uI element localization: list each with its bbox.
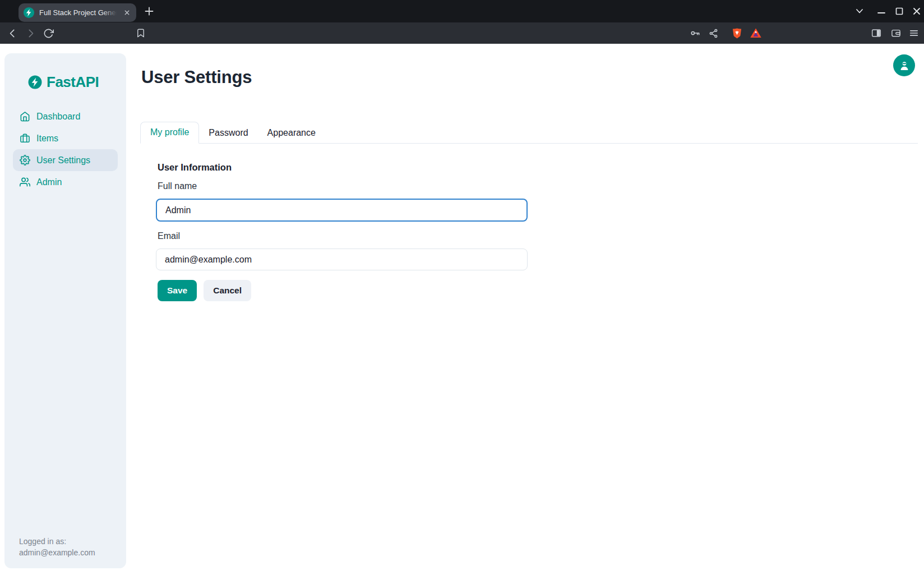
menu-icon[interactable] [907, 22, 921, 44]
logged-in-email: admin@example.com [19, 547, 95, 558]
browser-tab[interactable]: Full Stack Project Genera [19, 3, 136, 22]
maximize-icon[interactable] [895, 7, 904, 16]
sidebar-item-user-settings[interactable]: User Settings [13, 149, 118, 171]
tab-appearance[interactable]: Appearance [258, 123, 325, 144]
brave-rewards-icon[interactable] [749, 22, 763, 44]
section-heading: User Information [158, 162, 232, 173]
tab-search-chevron-icon[interactable] [854, 8, 865, 15]
close-icon[interactable] [912, 6, 922, 16]
tab-password[interactable]: Password [199, 123, 257, 144]
settings-tabs: My profile Password Appearance [140, 122, 918, 144]
wallet-icon[interactable] [889, 22, 903, 44]
user-avatar-button[interactable] [893, 54, 915, 76]
back-icon[interactable] [6, 22, 19, 44]
email-input[interactable] [156, 249, 528, 270]
sidebar-panel-icon[interactable] [870, 22, 883, 44]
sidebar-item-dashboard[interactable]: Dashboard [13, 105, 118, 127]
key-icon[interactable] [689, 22, 702, 44]
sidebar: FastAPI Dashboard Items [4, 53, 126, 568]
user-astronaut-icon [898, 59, 911, 72]
reload-icon[interactable] [41, 22, 55, 44]
sidebar-item-items[interactable]: Items [13, 127, 118, 149]
sidebar-item-label: Admin [36, 177, 62, 187]
page-title: User Settings [141, 67, 252, 88]
form-actions: Save Cancel [158, 280, 251, 301]
cancel-button[interactable]: Cancel [204, 280, 251, 301]
email-label: Email [158, 231, 180, 241]
sidebar-item-admin[interactable]: Admin [13, 171, 118, 193]
sidebar-item-label: Dashboard [36, 112, 80, 122]
sidebar-item-label: User Settings [36, 155, 90, 165]
forward-icon[interactable] [24, 22, 37, 44]
app-content: FastAPI Dashboard Items [0, 44, 924, 575]
tab-my-profile[interactable]: My profile [140, 122, 199, 144]
full-name-label: Full name [158, 181, 197, 191]
logged-in-status: Logged in as: admin@example.com [19, 536, 95, 558]
new-tab-button[interactable] [144, 6, 155, 17]
browser-tab-strip: Full Stack Project Genera [0, 0, 924, 22]
browser-toolbar: i localhost/settings 1 [0, 22, 924, 44]
full-name-input[interactable] [156, 199, 528, 222]
bookmark-icon[interactable] [134, 22, 147, 44]
save-button[interactable]: Save [158, 280, 197, 301]
logged-in-label: Logged in as: [19, 536, 95, 547]
briefcase-icon [20, 133, 30, 144]
share-icon[interactable] [706, 22, 720, 44]
gear-icon [20, 155, 30, 165]
sidebar-item-label: Items [36, 134, 58, 144]
fastapi-favicon-icon [23, 7, 35, 19]
fastapi-logo: FastAPI [4, 53, 126, 91]
minimize-icon[interactable] [877, 12, 886, 14]
sidebar-nav: Dashboard Items User Settings [4, 105, 126, 193]
fastapi-logo-icon [28, 75, 42, 89]
logo-text: FastAPI [47, 73, 99, 91]
tab-close-icon[interactable] [122, 8, 132, 18]
brave-shield-icon[interactable] [730, 22, 743, 44]
tab-title: Full Stack Project Genera [39, 8, 119, 17]
home-icon [20, 111, 30, 122]
browser-window: Full Stack Project Genera [0, 0, 924, 575]
users-icon [20, 177, 30, 187]
